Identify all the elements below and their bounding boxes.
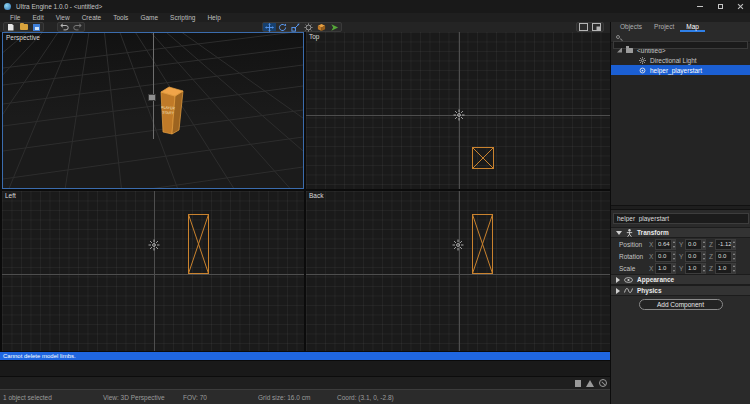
tab-objects[interactable]: Objects [614, 22, 648, 32]
playerstart-wireframe[interactable] [472, 214, 493, 274]
main-toolbar [0, 22, 610, 32]
add-component-button[interactable]: Add Component [639, 299, 723, 310]
gear-button[interactable] [302, 23, 315, 31]
viewport-top[interactable]: Top [306, 32, 610, 189]
scale-x-spinner[interactable] [671, 263, 676, 274]
viewport-perspective[interactable]: PLAYER START Perspective [2, 32, 304, 189]
section-header-appearance[interactable]: Appearance [611, 274, 750, 285]
tree-item-helper-playerstart[interactable]: helper_playerstart [611, 65, 750, 75]
save-icon [33, 24, 40, 31]
status-fov: FOV: 70 [183, 394, 207, 401]
position-y-input[interactable] [685, 239, 701, 250]
section-header-transform[interactable]: Transform [611, 227, 750, 238]
undo-button[interactable] [58, 23, 71, 31]
single-viewport-layout-icon [579, 23, 588, 31]
person-icon [626, 229, 633, 237]
move-tool-button[interactable] [263, 23, 276, 31]
map-icon [626, 48, 633, 53]
light-gizmo-handle[interactable] [148, 94, 156, 101]
menu-tools[interactable]: Tools [107, 14, 134, 21]
sun-gizmo[interactable] [453, 109, 465, 121]
chevron-right-icon [616, 277, 620, 283]
sun-gizmo[interactable] [148, 239, 160, 251]
section-header-physics[interactable]: Physics [611, 285, 750, 296]
position-x-spinner[interactable] [671, 239, 676, 250]
search-input[interactable] [613, 41, 748, 49]
eye-icon [624, 277, 633, 283]
menu-view[interactable]: View [50, 14, 76, 21]
playerstart-model[interactable]: PLAYER START [156, 81, 192, 137]
scale-z-spinner[interactable] [731, 263, 736, 274]
menu-create[interactable]: Create [76, 14, 108, 21]
position-y-spinner[interactable] [701, 239, 706, 250]
right-sidebar: Objects Project Map <untitled> Direction… [610, 22, 750, 404]
box-icon [317, 23, 326, 32]
close-button[interactable] [730, 0, 750, 13]
quad-viewport-layout-button[interactable] [590, 23, 603, 31]
open-file-button[interactable] [17, 23, 30, 31]
scale-tool-button[interactable] [289, 23, 302, 31]
scale-tool-icon [291, 23, 300, 32]
menu-game[interactable]: Game [134, 14, 164, 21]
axis-line-horizontal [2, 274, 304, 275]
position-z-input[interactable] [715, 239, 731, 250]
viewport-label-left: Left [5, 192, 16, 199]
tab-map[interactable]: Map [680, 22, 705, 32]
scale-y-spinner[interactable] [701, 263, 706, 274]
scene-search [611, 32, 750, 42]
rotation-y-input[interactable] [685, 251, 701, 262]
menu-bar: File Edit View Create Tools Game Scripti… [0, 13, 750, 22]
menu-scripting[interactable]: Scripting [164, 14, 201, 21]
position-x-input[interactable] [655, 239, 671, 250]
chevron-down-icon [616, 231, 622, 235]
save-file-button[interactable] [30, 23, 43, 31]
rotation-y-spinner[interactable] [701, 251, 706, 262]
minimize-button[interactable] [690, 0, 710, 13]
search-icon [616, 35, 620, 39]
open-folder-icon [20, 24, 28, 30]
playerstart-wireframe[interactable] [188, 214, 209, 274]
axis-line-horizontal [306, 274, 610, 275]
viewport-left[interactable]: Left [2, 191, 304, 351]
playerstart-wireframe[interactable] [472, 147, 494, 169]
status-selection: 1 object selected [3, 394, 52, 401]
scale-y-input[interactable] [685, 263, 701, 274]
move-tool-icon [265, 23, 274, 32]
quad-viewport-layout-icon [592, 23, 601, 31]
error-filter-icon[interactable] [599, 379, 607, 387]
console-message[interactable]: Cannot delete model limbs. [0, 352, 610, 360]
box-tool-button[interactable] [315, 23, 328, 31]
position-z-spinner[interactable] [731, 239, 736, 250]
menu-edit[interactable]: Edit [26, 14, 49, 21]
physics-curve-icon [624, 287, 633, 294]
gear-icon [304, 23, 313, 32]
viewport-back[interactable]: Back [306, 191, 610, 351]
close-icon [737, 3, 744, 10]
console-log-area[interactable] [0, 360, 610, 376]
redo-button[interactable] [71, 23, 84, 31]
new-file-button[interactable] [4, 23, 17, 31]
tree-item-directional-light[interactable]: Directional Light [611, 55, 750, 65]
app-icon [4, 3, 11, 10]
rotate-tool-icon [278, 23, 287, 32]
scale-z-input[interactable] [715, 263, 731, 274]
warning-filter-icon[interactable] [586, 380, 594, 387]
tab-project[interactable]: Project [648, 22, 680, 32]
rotate-tool-button[interactable] [276, 23, 289, 31]
scale-x-input[interactable] [655, 263, 671, 274]
entity-name-input[interactable] [613, 213, 749, 224]
single-viewport-layout-button[interactable] [577, 23, 590, 31]
rotation-z-spinner[interactable] [731, 251, 736, 262]
maximize-button[interactable] [710, 0, 730, 13]
menu-help[interactable]: Help [201, 14, 226, 21]
run-game-button[interactable] [328, 23, 341, 31]
title-bar: Ultra Engine 1.0.0 - <untitled> [0, 0, 750, 13]
rotation-x-spinner[interactable] [671, 251, 676, 262]
rotation-x-input[interactable] [655, 251, 671, 262]
rotation-z-input[interactable] [715, 251, 731, 262]
run-game-icon [330, 23, 339, 32]
log-filter-icon[interactable] [575, 380, 581, 387]
sun-gizmo[interactable] [452, 239, 464, 251]
maximize-icon [718, 4, 723, 9]
menu-file[interactable]: File [4, 14, 26, 21]
